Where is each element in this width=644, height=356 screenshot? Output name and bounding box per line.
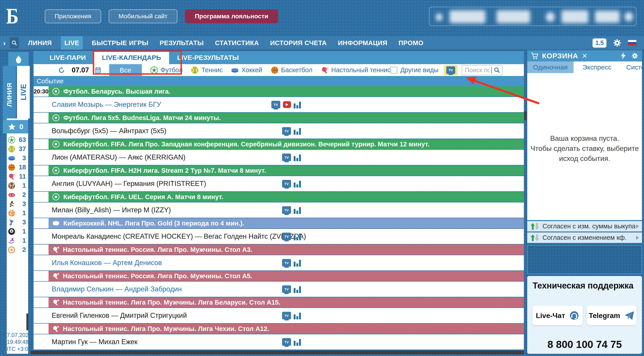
sidebar-sport-ice-hockey[interactable]: 3 xyxy=(7,154,28,163)
league-header-row[interactable]: Киберхоккей. NHL. Лига Про. Gold (3 пери… xyxy=(34,218,524,228)
match-title[interactable]: Евгений Гиленков — Дмитрий Стригуцкий xyxy=(52,312,187,320)
other-sports-label[interactable]: Другие виды xyxy=(400,66,438,74)
cart-option-odds-change[interactable]: Согласен с изменением кф. xyxy=(527,232,642,243)
filter-sport-hockey[interactable]: Хоккей xyxy=(231,66,262,74)
cart-tab-single[interactable]: Одиночная xyxy=(527,61,574,73)
match-title[interactable]: Вольфсбург (5х5) — Айнтрахт (5х5) xyxy=(52,127,166,135)
match-row[interactable]: Монреаль Канадиенс (CREATIVE HOCKEY) — В… xyxy=(34,229,524,244)
stats-icon[interactable] xyxy=(294,312,301,319)
stats-icon[interactable] xyxy=(294,127,301,135)
tv-stream-icon[interactable]: TV xyxy=(282,312,291,319)
cart-tab-express[interactable]: Экспресс xyxy=(577,61,618,73)
sidebar-tab-line[interactable]: ЛИНИЯ xyxy=(3,66,16,124)
search-icon[interactable] xyxy=(494,67,500,73)
search-button[interactable] xyxy=(10,37,19,49)
nav-item-information[interactable]: ИНФОРМАЦИЯ xyxy=(336,36,390,50)
stats-icon[interactable] xyxy=(294,285,301,293)
hot-events-button[interactable] xyxy=(8,52,29,67)
stats-icon[interactable] xyxy=(294,154,301,161)
telegram-button[interactable]: Telegram xyxy=(587,306,637,325)
close-icon[interactable]: × xyxy=(582,52,587,60)
nav-item-fast-games[interactable]: БЫСТРЫЕ ИГРЫ xyxy=(90,36,150,50)
sidebar-tab-live[interactable]: LIVE xyxy=(17,66,30,118)
tab-live-pari[interactable]: LIVE-ПАРИ xyxy=(42,51,94,64)
match-title[interactable]: Илья Конашков — Артем Денисов xyxy=(52,259,162,267)
gear-icon[interactable] xyxy=(613,38,622,47)
live-chat-button[interactable]: Live-Чат xyxy=(532,306,583,325)
match-title[interactable]: Славия Мозырь — Энергетик БГУ xyxy=(52,101,161,109)
match-title[interactable]: Милан (Billy_Alish) — Интер М (IZZY) xyxy=(52,206,171,214)
tv-stream-icon[interactable]: TV xyxy=(282,338,291,346)
match-row[interactable]: Мартин Гук — Михал Ежек TV xyxy=(34,334,524,350)
sidebar-sport-handball[interactable]: 3 xyxy=(7,199,28,209)
league-header-row[interactable]: Футбол. Лига 5x5. BudnesLiga. Матчи 24 м… xyxy=(34,113,524,123)
stats-icon[interactable] xyxy=(294,233,301,240)
match-row[interactable]: Илья Конашков — Артем Денисов TV xyxy=(34,255,524,270)
stats-icon[interactable] xyxy=(294,206,301,214)
match-row[interactable]: Евгений Гиленков — Дмитрий Стригуцкий TV xyxy=(34,308,524,323)
match-row[interactable]: Вольфсбург (5х5) — Айнтрахт (5х5) TV xyxy=(34,123,524,139)
scale-badge[interactable]: 1.5 xyxy=(592,38,606,48)
league-header-row[interactable]: Киберфутбол. FIFA. UEL. Серия А. Матчи 8… xyxy=(34,192,524,202)
match-row[interactable]: Англия (LUVYAAH) — Германия (PRITISTREET… xyxy=(34,176,524,191)
league-header-row[interactable]: Настольный теннис. Россия. Лига Про. Муж… xyxy=(34,271,524,281)
nav-item-live[interactable]: LIVE xyxy=(61,36,83,50)
horizontal-scrollbar[interactable] xyxy=(31,351,524,354)
vertical-scrollbar-thumb[interactable] xyxy=(524,111,526,120)
match-title[interactable]: Лион (AMATERASU) — Аякс (KERRIGAN) xyxy=(52,153,186,161)
match-title[interactable]: Владимир Селькин — Андрей Забродин xyxy=(52,285,182,293)
stats-icon[interactable] xyxy=(294,180,301,188)
stats-icon[interactable] xyxy=(294,259,301,267)
cart-settings-gear-icon[interactable] xyxy=(631,52,638,59)
apps-button[interactable]: Приложения xyxy=(45,9,101,23)
nav-item-results[interactable]: РЕЗУЛЬТАТЫ xyxy=(157,36,206,50)
refresh-icon[interactable] xyxy=(58,66,64,75)
filter-sport-tennis[interactable]: Теннис xyxy=(191,66,222,74)
sidebar-sport-table-tennis[interactable]: 11 xyxy=(7,172,28,181)
filter-sport-basketball[interactable]: Баскетбол xyxy=(271,66,312,74)
tv-stream-icon[interactable]: TV xyxy=(282,206,291,214)
nav-item-line[interactable]: ЛИНИЯ xyxy=(26,36,54,50)
brand-logo[interactable]: Б xyxy=(6,3,18,29)
league-header-row[interactable]: 20:30 Футбол. Беларусь. Высшая лига. xyxy=(34,86,524,96)
sidebar-sport-badminton[interactable]: 3 xyxy=(7,218,28,227)
tv-stream-icon[interactable]: TV xyxy=(282,154,291,161)
tv-stream-icon[interactable]: TV xyxy=(271,101,280,108)
match-row[interactable]: Милан (Billy_Alish) — Интер М (IZZY) TV xyxy=(34,202,524,218)
league-header-row[interactable]: Настольный теннис. Россия. Лига Про. Муж… xyxy=(34,245,524,255)
other-sports-checkbox[interactable] xyxy=(390,67,397,73)
tv-stream-icon[interactable]: TV xyxy=(282,259,291,267)
sidebar-sport-football[interactable]: 63 xyxy=(7,135,28,144)
tv-stream-icon[interactable]: TV xyxy=(282,285,291,293)
sidebar-scrollbar-thumb[interactable] xyxy=(26,314,28,330)
cart-option-buyout[interactable]: Согласен с изм. суммы выкупа xyxy=(527,221,642,232)
account-panel-blurred[interactable] xyxy=(429,7,636,26)
sidebar-sport-basketball[interactable]: 18 xyxy=(7,163,28,172)
sidebar-sport-billiards[interactable]: 8 1 xyxy=(7,227,28,236)
stats-icon[interactable] xyxy=(294,338,301,346)
sidebar-sport-futsal[interactable]: 2 xyxy=(7,245,28,254)
filter-sport-table-tennis[interactable]: Настольный теннис xyxy=(321,66,390,74)
sidebar-sport-tennis[interactable]: 37 xyxy=(7,144,28,154)
sidebar-sport-cybersport[interactable]: 2 xyxy=(7,190,28,199)
favorites-row[interactable]: 0 xyxy=(3,120,28,133)
match-row[interactable]: Лион (AMATERASU) — Аякс (KERRIGAN) TV xyxy=(34,150,524,165)
mobile-site-button[interactable]: Мобильный сайт xyxy=(109,9,178,23)
league-header-row[interactable]: Настольный теннис. Лига Про. Мужчины. Ли… xyxy=(34,324,524,334)
league-header-row[interactable]: Киберфутбол. FIFA. H2H лига. Stream 2 Ту… xyxy=(34,165,524,176)
expand-chevron-icon[interactable]: › xyxy=(3,39,6,47)
league-header-row[interactable]: Настольный теннис. Лига Про. Мужчины. Ли… xyxy=(34,297,524,308)
language-flag-ru[interactable] xyxy=(628,40,636,46)
match-title[interactable]: Мартин Гук — Михал Ежек xyxy=(52,338,138,346)
match-title[interactable]: Англия (LUVYAAH) — Германия (PRITISTREET… xyxy=(52,180,206,188)
stats-icon[interactable] xyxy=(294,101,301,108)
search-events-input[interactable]: Поиск по xyxy=(462,65,503,75)
league-header-row[interactable]: Киберфутбол. FIFA. Лига Про. Западная ко… xyxy=(34,139,524,149)
quick-bet-bolt-icon[interactable] xyxy=(620,52,626,59)
loyalty-program-button[interactable]: Программа лояльности xyxy=(185,9,278,23)
match-row[interactable]: Владимир Селькин — Андрей Забродин TV xyxy=(34,282,524,297)
nav-item-statistics[interactable]: СТАТИСТИКА xyxy=(213,36,261,50)
youtube-icon[interactable] xyxy=(283,101,291,108)
tv-stream-icon[interactable]: TV xyxy=(282,127,291,135)
nav-item-bet-history[interactable]: ИСТОРИЯ СЧЕТА xyxy=(268,36,329,50)
